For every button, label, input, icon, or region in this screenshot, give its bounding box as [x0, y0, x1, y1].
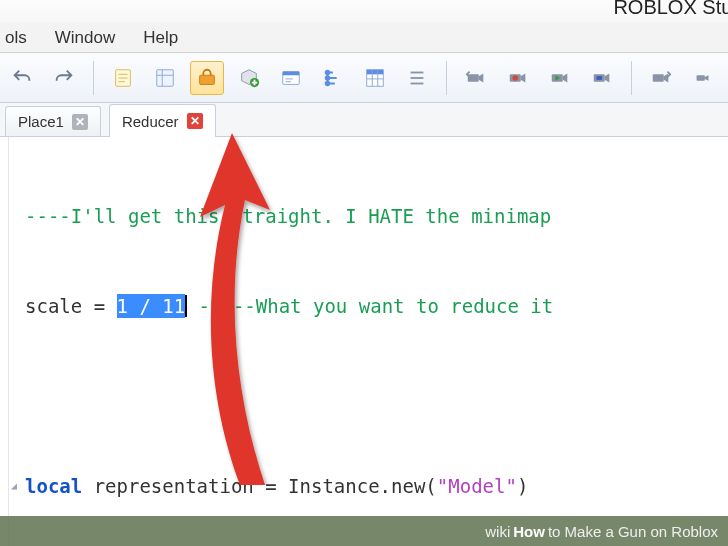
camera-skip-back-icon[interactable] [459, 61, 493, 95]
attribution-bar: wikiHow to Make a Gun on Roblox [0, 516, 728, 546]
camera-skip-fwd-icon[interactable] [644, 61, 678, 95]
explorer-icon[interactable] [316, 61, 350, 95]
camera-record-icon[interactable] [501, 61, 535, 95]
redo-icon[interactable] [47, 61, 81, 95]
svg-point-15 [326, 81, 330, 85]
svg-rect-7 [200, 75, 215, 84]
toolbar [0, 53, 728, 103]
svg-rect-24 [468, 74, 479, 81]
output-icon[interactable] [274, 61, 308, 95]
tabstrip: Place1 ✕ Reducer ✕ [0, 103, 728, 137]
camera-small-icon[interactable] [686, 61, 720, 95]
svg-rect-4 [157, 69, 174, 86]
svg-point-26 [513, 75, 519, 81]
tab-place1[interactable]: Place1 ✕ [5, 106, 101, 136]
wikihow-how: How [513, 523, 545, 540]
toolbox-icon[interactable] [190, 61, 224, 95]
fold-icon[interactable]: ◢ [11, 481, 21, 491]
titlebar: ROBLOX Studio [0, 0, 728, 23]
menu-help[interactable]: Help [143, 28, 178, 48]
svg-rect-17 [367, 69, 384, 74]
menu-window[interactable]: Window [55, 28, 115, 48]
camera-play-icon[interactable] [543, 61, 577, 95]
menubar: ols Window Help [0, 23, 728, 53]
text-caret [185, 295, 187, 317]
undo-icon[interactable] [5, 61, 39, 95]
svg-point-13 [326, 70, 330, 74]
svg-rect-30 [653, 74, 664, 81]
code-editor[interactable]: 123 456 789 101112 1314 ----I'll get thi… [0, 137, 728, 546]
properties-icon[interactable] [148, 61, 182, 95]
tab-label: Place1 [18, 113, 64, 130]
menu-tools[interactable]: ols [5, 28, 27, 48]
window-title: ROBLOX Studio [613, 0, 728, 19]
svg-rect-29 [597, 76, 603, 80]
notes-icon[interactable] [106, 61, 140, 95]
article-title: to Make a Gun on Roblox [548, 523, 718, 540]
code-area[interactable]: ----I'll get this straight. I HATE the m… [9, 137, 728, 546]
close-icon[interactable]: ✕ [72, 114, 88, 130]
line-gutter: 123 456 789 101112 1314 [0, 137, 9, 546]
svg-rect-31 [697, 75, 705, 81]
close-icon[interactable]: ✕ [187, 113, 203, 129]
svg-point-14 [326, 76, 330, 80]
insert-part-icon[interactable] [232, 61, 266, 95]
tab-label: Reducer [122, 113, 179, 130]
camera-stop-icon[interactable] [585, 61, 619, 95]
selection: 1 / 11 [117, 294, 186, 318]
tab-reducer[interactable]: Reducer ✕ [109, 104, 216, 137]
svg-rect-10 [283, 71, 300, 75]
list-icon[interactable] [400, 61, 434, 95]
app-window: ROBLOX Studio ols Window Help Place1 ✕ [0, 0, 728, 546]
wikihow-brand: wiki [485, 523, 510, 540]
grid-icon[interactable] [358, 61, 392, 95]
